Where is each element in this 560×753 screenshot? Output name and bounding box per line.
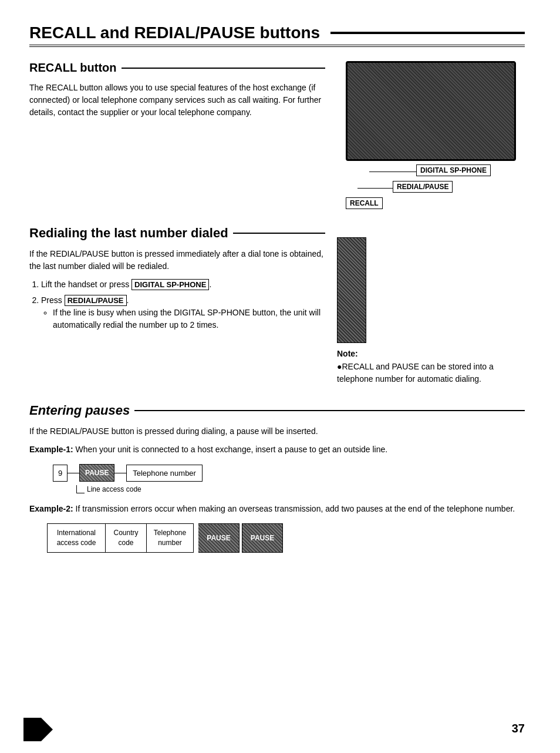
side-decoration <box>337 237 366 343</box>
page-title: RECALL and REDIAL/PAUSE buttons <box>29 23 525 47</box>
line-access-label-row: Line access code <box>76 485 525 493</box>
diag1-pause-label: PAUSE <box>85 469 109 477</box>
recall-section: RECALL button The RECALL button allows y… <box>29 61 525 214</box>
recall-left-col: RECALL button The RECALL button allows y… <box>29 61 325 214</box>
note-body: ●RECALL and PAUSE can be stored into a t… <box>337 361 525 385</box>
pauses-heading-text: Entering pauses <box>29 403 130 418</box>
step-2: Press REDIAL/PAUSE. If the line is busy … <box>41 294 325 331</box>
example1-description: When your unit is connected to a host ex… <box>76 445 388 454</box>
redialing-heading-line <box>233 233 325 234</box>
example2-description: If transmission errors occur when making… <box>76 504 515 513</box>
recall-heading: RECALL button <box>29 61 325 75</box>
redialing-steps-list: Lift the handset or press DIGITAL SP-PHO… <box>41 278 325 331</box>
line-access-label: Line access code <box>87 485 141 493</box>
diagram1: 9 PAUSE Telephone number <box>53 464 525 482</box>
black-arrow-decoration <box>23 718 53 741</box>
page-number: 37 <box>512 722 525 735</box>
redialing-heading: Redialing the last number dialed <box>29 226 325 241</box>
step-1: Lift the handset or press DIGITAL SP-PHO… <box>41 278 325 291</box>
pauses-heading: Entering pauses <box>29 403 525 418</box>
diag2-pause2-label: PAUSE <box>251 534 274 542</box>
example2-text: Example-2: If transmission errors occur … <box>29 503 525 515</box>
step-2-bullet-text: If the line is busy when using the DIGIT… <box>53 307 325 331</box>
example1-label: Example-1: <box>29 445 73 454</box>
redialing-right: Note: ●RECALL and PAUSE can be stored in… <box>337 226 525 391</box>
redial-pause-label: REDIAL/PAUSE <box>393 181 453 193</box>
pauses-intro-text: If the REDIAL/PAUSE button is pressed du… <box>29 425 525 438</box>
recall-heading-line <box>122 68 326 69</box>
diag1-number: 9 <box>53 465 68 482</box>
redialing-section: Redialing the last number dialed If the … <box>29 226 525 391</box>
redial-pause-inline-btn: REDIAL/PAUSE <box>65 295 127 306</box>
redialing-left: Redialing the last number dialed If the … <box>29 226 325 391</box>
phone-image-texture <box>348 63 514 159</box>
digital-sp-phone-inline-btn: DIGITAL SP-PHONE <box>131 279 209 290</box>
diag2-pause1-label: PAUSE <box>207 534 230 542</box>
pauses-heading-line <box>134 410 525 411</box>
diag2-pause2: PAUSE <box>242 523 283 553</box>
step-2-bullets: If the line is busy when using the DIGIT… <box>53 307 325 331</box>
redialing-heading-text: Redialing the last number dialed <box>29 226 228 241</box>
recall-label: RECALL <box>346 197 383 209</box>
diag2-box2: Countrycode <box>106 523 147 553</box>
phone-button-labels: DIGITAL SP-PHONE REDIAL/PAUSE RECALL <box>346 164 516 214</box>
recall-right-col: DIGITAL SP-PHONE REDIAL/PAUSE RECALL <box>337 61 525 214</box>
diag2-box1: Internationalaccess code <box>47 523 106 553</box>
diag2-box3: Telephonenumber <box>147 523 194 553</box>
diag1-pause-box: PAUSE <box>79 464 114 482</box>
diagram2: Internationalaccess code Countrycode Tel… <box>47 523 525 553</box>
entering-pauses-section: Entering pauses If the REDIAL/PAUSE butt… <box>29 403 525 553</box>
diag1-tel-label: Telephone number <box>126 465 203 482</box>
example2-label: Example-2: <box>29 504 73 513</box>
example1-text: Example-1: When your unit is connected t… <box>29 443 525 456</box>
title-line <box>330 32 525 34</box>
title-text: RECALL and REDIAL/PAUSE buttons <box>29 23 320 42</box>
phone-image <box>346 61 516 161</box>
redialing-intro-text: If the REDIAL/PAUSE button is pressed im… <box>29 248 325 273</box>
note-box: Note: ●RECALL and PAUSE can be stored in… <box>337 349 525 385</box>
diag2-pause1: PAUSE <box>198 523 239 553</box>
digital-sp-phone-label: DIGITAL SP-PHONE <box>416 164 491 176</box>
recall-body-text: The RECALL button allows you to use spec… <box>29 82 325 119</box>
note-title: Note: <box>337 349 525 358</box>
recall-heading-text: RECALL button <box>29 61 117 75</box>
